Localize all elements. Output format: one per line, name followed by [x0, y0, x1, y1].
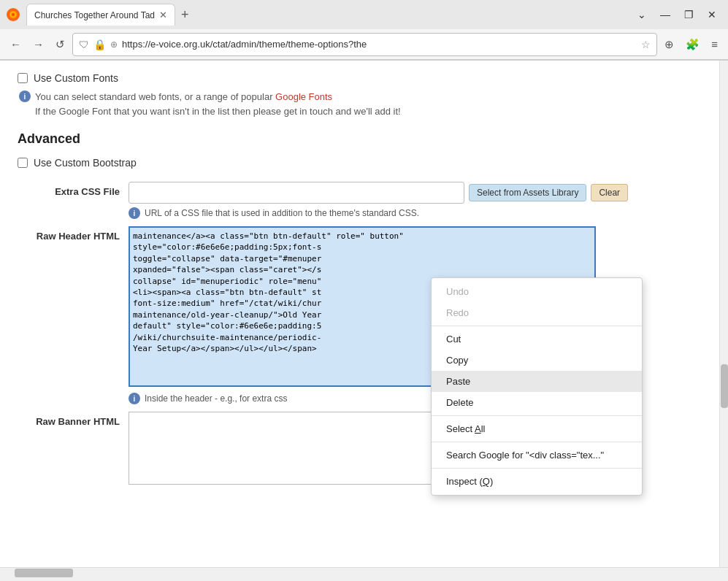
use-custom-bootstrap-checkbox[interactable] [18, 158, 28, 168]
new-tab-button[interactable]: + [175, 6, 195, 24]
use-custom-fonts-checkbox[interactable] [18, 73, 28, 83]
extensions-button[interactable]: 🧩 [681, 35, 704, 54]
close-button[interactable]: ✕ [702, 4, 722, 25]
address-bar-icons: ☆ [641, 39, 651, 50]
raw-banner-label: Raw Banner HTML [18, 412, 120, 427]
css-input-row: Select from Assets Library Clear [129, 182, 702, 204]
extra-css-row: Extra CSS File Select from Assets Librar… [18, 182, 702, 219]
vertical-scrollbar[interactable] [719, 61, 728, 567]
tabs-area: Churches Together Around Tad ✕ + [26, 4, 632, 26]
tab-list-button[interactable]: ⌄ [632, 4, 652, 25]
css-hint: i URL of a CSS file that is used in addi… [129, 207, 702, 219]
context-select-all[interactable]: Select All [432, 418, 642, 439]
security-shield-icon: 🛡 [79, 39, 89, 50]
context-divider-1 [432, 326, 642, 326]
restore-button[interactable]: ❐ [678, 4, 699, 25]
extra-css-field-area: Select from Assets Library Clear i URL o… [129, 182, 702, 219]
fonts-info-text: You can select standard web fonts, or a … [35, 90, 401, 118]
horizontal-scrollbar[interactable] [0, 567, 728, 577]
pocket-button[interactable]: ⊕ [660, 35, 678, 54]
window-controls: ⌄ — ❐ ✕ [632, 4, 722, 25]
minimize-button[interactable]: — [655, 4, 675, 25]
context-cut[interactable]: Cut [432, 328, 642, 350]
context-divider-4 [432, 468, 642, 469]
use-custom-fonts-label: Use Custom Fonts [34, 72, 118, 84]
back-button[interactable]: ← [6, 35, 26, 53]
context-divider-2 [432, 415, 642, 416]
clear-button[interactable]: Clear [591, 184, 628, 201]
raw-header-hint-icon: i [129, 393, 140, 404]
context-paste[interactable]: Paste [432, 371, 642, 392]
context-copy[interactable]: Copy [432, 350, 642, 371]
navigation-bar: ← → ↺ 🛡 🔒 ⊕ https://e-voice.org.uk/ctat/… [0, 29, 728, 60]
use-custom-bootstrap-row: Use Custom Bootstrap [18, 157, 702, 169]
fonts-info-block: i You can select standard web fonts, or … [18, 90, 702, 118]
context-undo[interactable]: Undo [432, 281, 642, 302]
css-hint-icon: i [129, 207, 140, 219]
address-bar[interactable]: 🛡 🔒 ⊕ https://e-voice.org.uk/ctat/admin/… [72, 33, 657, 56]
firefox-icon [6, 7, 20, 22]
bookmark-star-icon[interactable]: ☆ [641, 39, 651, 50]
extra-css-input[interactable] [129, 182, 464, 204]
lock-icon: 🔒 [93, 39, 106, 50]
scrollbar-thumb[interactable] [721, 364, 728, 408]
google-fonts-link[interactable]: Google Fonts [275, 91, 332, 102]
forward-button[interactable]: → [28, 35, 48, 53]
context-inspect[interactable]: Inspect (Q) [432, 471, 642, 492]
extra-css-label: Extra CSS File [18, 182, 120, 197]
url-text: https://e-voice.org.uk/ctat/admin/theme/… [122, 39, 637, 50]
raw-header-label: Raw Header HTML [18, 226, 120, 242]
svg-point-2 [12, 13, 15, 16]
info-icon: i [19, 91, 31, 102]
h-scrollbar-thumb[interactable] [15, 569, 73, 577]
use-custom-bootstrap-label: Use Custom Bootstrap [34, 157, 137, 169]
menu-button[interactable]: ≡ [707, 35, 722, 53]
advanced-section-title: Advanced [18, 131, 702, 147]
context-search-google[interactable]: Search Google for "<div class="tex..." [432, 445, 642, 466]
reload-button[interactable]: ↺ [51, 35, 69, 54]
active-tab[interactable]: Churches Together Around Tad ✕ [26, 4, 175, 26]
context-redo[interactable]: Redo [432, 302, 642, 323]
tab-close-button[interactable]: ✕ [159, 9, 167, 20]
tab-title: Churches Together Around Tad [34, 10, 155, 20]
context-menu: Undo Redo Cut Copy Paste Delete Select A… [431, 277, 643, 496]
context-delete[interactable]: Delete [432, 392, 642, 413]
select-assets-button[interactable]: Select from Assets Library [469, 184, 586, 201]
tracking-icon: ⊕ [110, 39, 118, 50]
use-custom-fonts-row: Use Custom Fonts [18, 72, 702, 84]
context-divider-3 [432, 442, 642, 442]
